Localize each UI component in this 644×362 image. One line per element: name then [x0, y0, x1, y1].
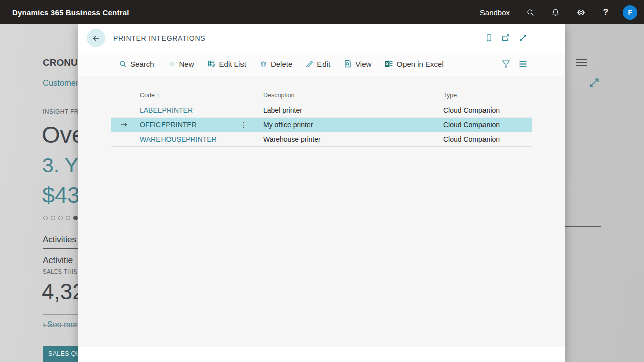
help-icon[interactable]: ? — [593, 0, 618, 24]
sales-quotes-tile[interactable]: SALES QU — [43, 346, 80, 362]
table-row[interactable]: WAREHOUSEPRINTER Warehouse printer Cloud… — [111, 132, 532, 147]
insight-value: $43 — [42, 182, 80, 208]
toolbar-right-actions — [502, 60, 527, 68]
nav-link-customers[interactable]: Customers — [43, 78, 83, 88]
new-button[interactable]: New — [168, 60, 194, 68]
column-header-description[interactable]: Description — [263, 92, 443, 99]
printer-integrations-table: Code ↑ Description Type LABELPRINTER Lab… — [111, 76, 532, 147]
insight-section-label: INSIGHT FR — [43, 108, 79, 115]
type-cell: Cloud Companion — [443, 106, 532, 114]
delete-button[interactable]: Delete — [260, 60, 292, 68]
tab-underline — [43, 248, 80, 249]
top-navigation-bar: Dynamics 365 Business Central Sandbox ? … — [0, 0, 644, 24]
page-title: PRINTER INTEGRATIONS — [113, 34, 205, 42]
carousel-dot[interactable] — [66, 216, 70, 220]
dialog-footer — [78, 347, 565, 362]
background-expand-icon[interactable] — [588, 77, 600, 91]
active-row-arrow-icon — [111, 121, 140, 129]
arrow-left-icon — [91, 33, 101, 43]
row-options-ellipsis-icon[interactable]: ⋮ — [240, 121, 247, 129]
view-button[interactable]: View — [344, 60, 371, 68]
back-button[interactable] — [87, 29, 105, 47]
menu-hamburger-icon[interactable] — [576, 59, 587, 68]
activities-heading: Activitie — [43, 255, 73, 266]
divider — [43, 325, 80, 326]
chevron-right-icon: › — [43, 321, 46, 329]
tab-activities[interactable]: Activities — [43, 235, 76, 245]
open-in-new-window-icon[interactable] — [502, 34, 510, 42]
divider — [43, 314, 80, 315]
edit-button[interactable]: Edit — [306, 60, 330, 68]
sales-this-label: SALES THIS — [43, 268, 77, 275]
edit-list-icon — [208, 60, 216, 68]
table-header-row: Code ↑ Description Type — [111, 76, 532, 103]
open-in-excel-button[interactable]: Open in Excel — [385, 60, 443, 68]
code-link[interactable]: WAREHOUSEPRINTER — [140, 135, 217, 143]
trash-icon — [260, 60, 267, 68]
filter-funnel-icon[interactable] — [502, 60, 510, 68]
code-link[interactable]: OFFICEPRINTER — [140, 121, 197, 129]
column-header-code[interactable]: Code ↑ — [140, 92, 263, 99]
search-icon — [119, 60, 127, 68]
table-row[interactable]: LABELPRINTER Label printer Cloud Compani… — [111, 103, 532, 118]
insight-line-2: 3. Y — [42, 154, 78, 177]
type-cell: Cloud Companion — [443, 121, 532, 129]
plus-icon — [168, 60, 176, 68]
see-more-link[interactable]: › See mor — [43, 320, 77, 329]
notifications-bell-icon[interactable] — [543, 0, 568, 24]
background-divider — [565, 325, 601, 325]
column-header-type[interactable]: Type — [443, 92, 532, 99]
description-cell: Warehouse printer — [263, 135, 443, 143]
settings-gear-icon[interactable] — [568, 0, 593, 24]
table-row-selected[interactable]: OFFICEPRINTER ⋮ My office printer Cloud … — [111, 118, 532, 132]
expand-fullscreen-icon[interactable] — [519, 34, 527, 42]
carousel-dots[interactable] — [43, 216, 78, 220]
search-button[interactable]: Search — [119, 60, 154, 68]
description-cell: Label printer — [263, 106, 443, 114]
background-divider — [565, 226, 601, 227]
topbar-actions: Sandbox ? F — [480, 0, 644, 24]
type-cell: Cloud Companion — [443, 135, 532, 143]
edit-list-button[interactable]: Edit List — [208, 60, 246, 68]
app-title[interactable]: Dynamics 365 Business Central — [12, 8, 129, 17]
excel-icon — [385, 60, 393, 68]
sort-ascending-icon: ↑ — [157, 92, 160, 98]
dialog-header: PRINTER INTEGRATIONS — [78, 24, 565, 52]
action-toolbar: Search New Edit List Delete Edit View Op… — [78, 52, 565, 76]
see-more-label: See mor — [47, 320, 77, 329]
user-avatar[interactable]: F — [623, 5, 637, 20]
search-icon[interactable] — [518, 0, 543, 24]
environment-badge[interactable]: Sandbox — [480, 8, 510, 17]
view-document-icon — [344, 60, 352, 68]
carousel-dot[interactable] — [43, 216, 48, 220]
bookmark-icon[interactable] — [485, 34, 493, 42]
carousel-dot-active[interactable] — [73, 216, 78, 220]
description-cell: My office printer — [263, 121, 443, 129]
carousel-dot[interactable] — [51, 216, 55, 220]
pencil-icon — [306, 60, 313, 68]
printer-integrations-dialog: PRINTER INTEGRATIONS Search New Edit Lis… — [78, 24, 565, 362]
list-view-icon[interactable] — [519, 60, 527, 68]
carousel-dot[interactable] — [58, 216, 63, 220]
dialog-header-actions — [485, 34, 527, 42]
code-link[interactable]: LABELPRINTER — [140, 106, 193, 114]
dialog-content: Code ↑ Description Type LABELPRINTER Lab… — [78, 76, 565, 347]
